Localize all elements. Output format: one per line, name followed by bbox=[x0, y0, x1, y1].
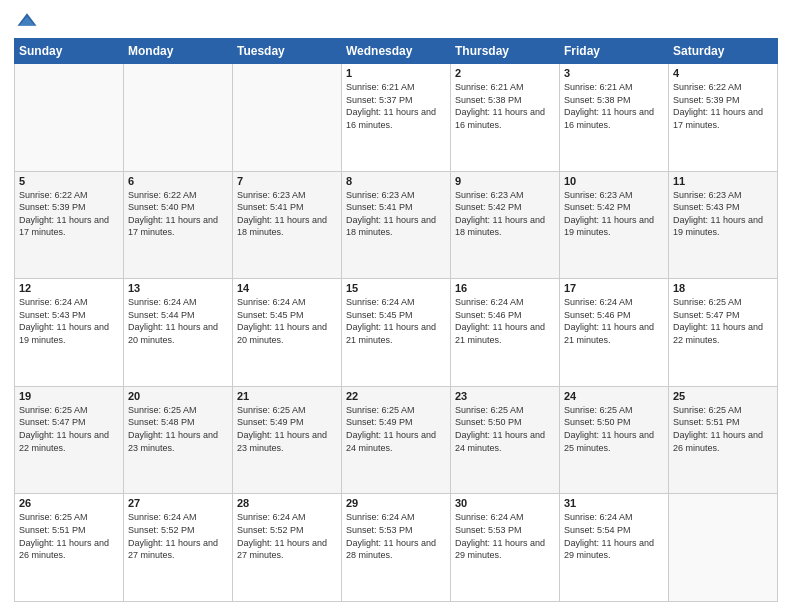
day-number: 26 bbox=[19, 497, 119, 509]
weekday-header-row: SundayMondayTuesdayWednesdayThursdayFrid… bbox=[15, 39, 778, 64]
day-number: 21 bbox=[237, 390, 337, 402]
day-number: 3 bbox=[564, 67, 664, 79]
week-row-4: 19Sunrise: 6:25 AMSunset: 5:47 PMDayligh… bbox=[15, 386, 778, 494]
day-cell bbox=[233, 64, 342, 172]
day-cell: 22Sunrise: 6:25 AMSunset: 5:49 PMDayligh… bbox=[342, 386, 451, 494]
day-info: Sunrise: 6:22 AMSunset: 5:40 PMDaylight:… bbox=[128, 189, 228, 239]
day-info: Sunrise: 6:22 AMSunset: 5:39 PMDaylight:… bbox=[19, 189, 119, 239]
day-info: Sunrise: 6:24 AMSunset: 5:45 PMDaylight:… bbox=[237, 296, 337, 346]
day-cell bbox=[669, 494, 778, 602]
day-number: 19 bbox=[19, 390, 119, 402]
day-cell: 30Sunrise: 6:24 AMSunset: 5:53 PMDayligh… bbox=[451, 494, 560, 602]
day-number: 7 bbox=[237, 175, 337, 187]
weekday-header-wednesday: Wednesday bbox=[342, 39, 451, 64]
day-info: Sunrise: 6:23 AMSunset: 5:41 PMDaylight:… bbox=[237, 189, 337, 239]
day-cell: 28Sunrise: 6:24 AMSunset: 5:52 PMDayligh… bbox=[233, 494, 342, 602]
day-cell: 8Sunrise: 6:23 AMSunset: 5:41 PMDaylight… bbox=[342, 171, 451, 279]
day-info: Sunrise: 6:24 AMSunset: 5:52 PMDaylight:… bbox=[128, 511, 228, 561]
weekday-header-monday: Monday bbox=[124, 39, 233, 64]
day-number: 16 bbox=[455, 282, 555, 294]
day-cell: 29Sunrise: 6:24 AMSunset: 5:53 PMDayligh… bbox=[342, 494, 451, 602]
weekday-header-thursday: Thursday bbox=[451, 39, 560, 64]
day-info: Sunrise: 6:24 AMSunset: 5:52 PMDaylight:… bbox=[237, 511, 337, 561]
day-cell: 12Sunrise: 6:24 AMSunset: 5:43 PMDayligh… bbox=[15, 279, 124, 387]
day-cell: 15Sunrise: 6:24 AMSunset: 5:45 PMDayligh… bbox=[342, 279, 451, 387]
day-cell: 13Sunrise: 6:24 AMSunset: 5:44 PMDayligh… bbox=[124, 279, 233, 387]
week-row-5: 26Sunrise: 6:25 AMSunset: 5:51 PMDayligh… bbox=[15, 494, 778, 602]
logo-icon bbox=[16, 10, 38, 32]
day-cell: 7Sunrise: 6:23 AMSunset: 5:41 PMDaylight… bbox=[233, 171, 342, 279]
day-cell: 17Sunrise: 6:24 AMSunset: 5:46 PMDayligh… bbox=[560, 279, 669, 387]
day-info: Sunrise: 6:25 AMSunset: 5:49 PMDaylight:… bbox=[237, 404, 337, 454]
day-number: 25 bbox=[673, 390, 773, 402]
day-info: Sunrise: 6:23 AMSunset: 5:42 PMDaylight:… bbox=[564, 189, 664, 239]
weekday-header-friday: Friday bbox=[560, 39, 669, 64]
day-number: 10 bbox=[564, 175, 664, 187]
day-number: 2 bbox=[455, 67, 555, 79]
weekday-header-saturday: Saturday bbox=[669, 39, 778, 64]
day-info: Sunrise: 6:24 AMSunset: 5:45 PMDaylight:… bbox=[346, 296, 446, 346]
day-info: Sunrise: 6:24 AMSunset: 5:53 PMDaylight:… bbox=[455, 511, 555, 561]
day-cell: 3Sunrise: 6:21 AMSunset: 5:38 PMDaylight… bbox=[560, 64, 669, 172]
day-cell: 16Sunrise: 6:24 AMSunset: 5:46 PMDayligh… bbox=[451, 279, 560, 387]
day-info: Sunrise: 6:24 AMSunset: 5:54 PMDaylight:… bbox=[564, 511, 664, 561]
day-info: Sunrise: 6:21 AMSunset: 5:37 PMDaylight:… bbox=[346, 81, 446, 131]
day-info: Sunrise: 6:25 AMSunset: 5:50 PMDaylight:… bbox=[455, 404, 555, 454]
day-number: 8 bbox=[346, 175, 446, 187]
day-cell: 1Sunrise: 6:21 AMSunset: 5:37 PMDaylight… bbox=[342, 64, 451, 172]
day-number: 1 bbox=[346, 67, 446, 79]
day-number: 5 bbox=[19, 175, 119, 187]
day-info: Sunrise: 6:24 AMSunset: 5:43 PMDaylight:… bbox=[19, 296, 119, 346]
day-cell bbox=[15, 64, 124, 172]
day-cell: 5Sunrise: 6:22 AMSunset: 5:39 PMDaylight… bbox=[15, 171, 124, 279]
day-number: 18 bbox=[673, 282, 773, 294]
day-number: 4 bbox=[673, 67, 773, 79]
day-cell: 27Sunrise: 6:24 AMSunset: 5:52 PMDayligh… bbox=[124, 494, 233, 602]
day-info: Sunrise: 6:23 AMSunset: 5:42 PMDaylight:… bbox=[455, 189, 555, 239]
day-info: Sunrise: 6:23 AMSunset: 5:41 PMDaylight:… bbox=[346, 189, 446, 239]
day-info: Sunrise: 6:21 AMSunset: 5:38 PMDaylight:… bbox=[455, 81, 555, 131]
day-info: Sunrise: 6:21 AMSunset: 5:38 PMDaylight:… bbox=[564, 81, 664, 131]
day-number: 27 bbox=[128, 497, 228, 509]
day-number: 6 bbox=[128, 175, 228, 187]
week-row-3: 12Sunrise: 6:24 AMSunset: 5:43 PMDayligh… bbox=[15, 279, 778, 387]
day-info: Sunrise: 6:25 AMSunset: 5:50 PMDaylight:… bbox=[564, 404, 664, 454]
day-cell: 6Sunrise: 6:22 AMSunset: 5:40 PMDaylight… bbox=[124, 171, 233, 279]
day-info: Sunrise: 6:25 AMSunset: 5:51 PMDaylight:… bbox=[673, 404, 773, 454]
day-number: 11 bbox=[673, 175, 773, 187]
day-info: Sunrise: 6:25 AMSunset: 5:47 PMDaylight:… bbox=[673, 296, 773, 346]
weekday-header-sunday: Sunday bbox=[15, 39, 124, 64]
day-info: Sunrise: 6:23 AMSunset: 5:43 PMDaylight:… bbox=[673, 189, 773, 239]
day-number: 23 bbox=[455, 390, 555, 402]
day-cell: 19Sunrise: 6:25 AMSunset: 5:47 PMDayligh… bbox=[15, 386, 124, 494]
day-cell: 11Sunrise: 6:23 AMSunset: 5:43 PMDayligh… bbox=[669, 171, 778, 279]
day-info: Sunrise: 6:25 AMSunset: 5:51 PMDaylight:… bbox=[19, 511, 119, 561]
week-row-1: 1Sunrise: 6:21 AMSunset: 5:37 PMDaylight… bbox=[15, 64, 778, 172]
day-cell: 23Sunrise: 6:25 AMSunset: 5:50 PMDayligh… bbox=[451, 386, 560, 494]
calendar-table: SundayMondayTuesdayWednesdayThursdayFrid… bbox=[14, 38, 778, 602]
weekday-header-tuesday: Tuesday bbox=[233, 39, 342, 64]
day-cell: 24Sunrise: 6:25 AMSunset: 5:50 PMDayligh… bbox=[560, 386, 669, 494]
day-number: 14 bbox=[237, 282, 337, 294]
day-number: 13 bbox=[128, 282, 228, 294]
day-number: 31 bbox=[564, 497, 664, 509]
day-number: 30 bbox=[455, 497, 555, 509]
day-cell: 20Sunrise: 6:25 AMSunset: 5:48 PMDayligh… bbox=[124, 386, 233, 494]
day-number: 22 bbox=[346, 390, 446, 402]
day-info: Sunrise: 6:25 AMSunset: 5:47 PMDaylight:… bbox=[19, 404, 119, 454]
day-cell: 18Sunrise: 6:25 AMSunset: 5:47 PMDayligh… bbox=[669, 279, 778, 387]
day-number: 15 bbox=[346, 282, 446, 294]
day-number: 24 bbox=[564, 390, 664, 402]
day-cell: 9Sunrise: 6:23 AMSunset: 5:42 PMDaylight… bbox=[451, 171, 560, 279]
day-cell bbox=[124, 64, 233, 172]
day-cell: 14Sunrise: 6:24 AMSunset: 5:45 PMDayligh… bbox=[233, 279, 342, 387]
day-cell: 2Sunrise: 6:21 AMSunset: 5:38 PMDaylight… bbox=[451, 64, 560, 172]
day-cell: 31Sunrise: 6:24 AMSunset: 5:54 PMDayligh… bbox=[560, 494, 669, 602]
day-number: 20 bbox=[128, 390, 228, 402]
day-cell: 4Sunrise: 6:22 AMSunset: 5:39 PMDaylight… bbox=[669, 64, 778, 172]
day-info: Sunrise: 6:24 AMSunset: 5:46 PMDaylight:… bbox=[455, 296, 555, 346]
day-info: Sunrise: 6:24 AMSunset: 5:53 PMDaylight:… bbox=[346, 511, 446, 561]
logo bbox=[14, 10, 38, 32]
day-info: Sunrise: 6:24 AMSunset: 5:46 PMDaylight:… bbox=[564, 296, 664, 346]
day-info: Sunrise: 6:22 AMSunset: 5:39 PMDaylight:… bbox=[673, 81, 773, 131]
